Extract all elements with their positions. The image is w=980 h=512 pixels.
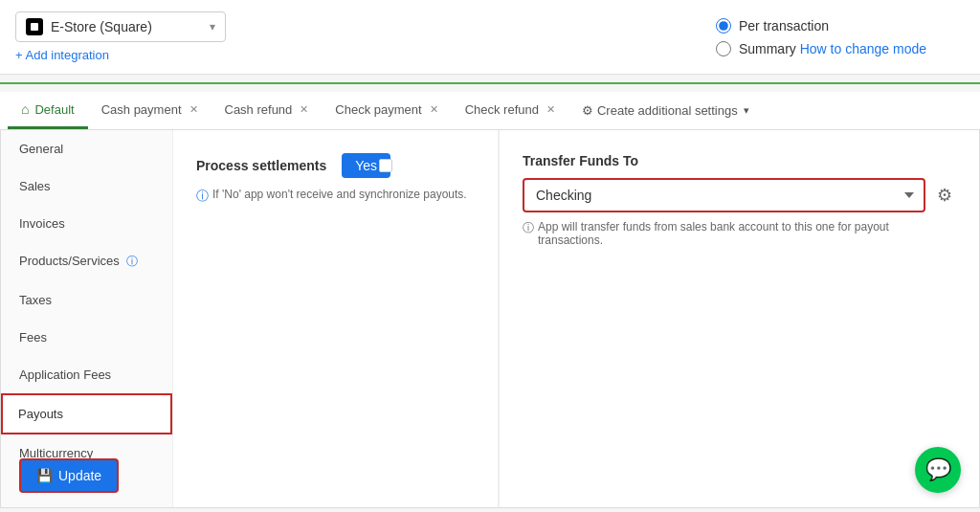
sidebar-item-taxes[interactable]: Taxes	[1, 281, 172, 319]
integration-select[interactable]: E-Store (Square) ▾	[15, 11, 226, 42]
close-check-payment-icon[interactable]: ✕	[430, 103, 438, 116]
summary-option[interactable]: Summary How to change mode	[716, 41, 926, 56]
process-settlements-label: Process settlements	[196, 158, 326, 173]
info-circle-transfer-icon: ⓘ	[523, 220, 534, 236]
tab-check-refund[interactable]: Check refund ✕	[452, 93, 568, 129]
sidebar-item-payouts[interactable]: Payouts	[1, 393, 172, 434]
chat-icon: 💬	[925, 457, 951, 482]
green-divider	[0, 82, 980, 84]
chevron-settings-icon: ▾	[744, 104, 749, 117]
sidebar: General Sales Invoices Products/Services…	[1, 130, 173, 507]
sidebar-item-products-services[interactable]: Products/Services ⓘ	[1, 242, 172, 281]
tab-check-refund-label: Check refund	[465, 102, 539, 117]
summary-radio[interactable]	[716, 41, 731, 56]
per-transaction-label: Per transaction	[739, 18, 829, 33]
transfer-funds-select[interactable]: Checking Savings Other	[523, 178, 925, 212]
tab-create-additional-label: Create additional settings	[597, 103, 738, 118]
sidebar-item-general[interactable]: General	[1, 130, 172, 167]
per-transaction-option[interactable]: Per transaction	[716, 18, 926, 33]
info-icon: ⓘ	[126, 255, 138, 268]
chevron-down-icon: ▾	[210, 20, 215, 33]
sidebar-item-fees[interactable]: Fees	[1, 319, 172, 356]
square-logo-icon	[26, 18, 43, 35]
gear-settings-icon: ⚙	[582, 103, 593, 118]
gear-settings-button[interactable]: ⚙	[933, 181, 956, 210]
main-content: General Sales Invoices Products/Services…	[0, 130, 980, 508]
summary-label: Summary How to change mode	[739, 41, 926, 56]
transfer-funds-label: Transfer Funds To	[523, 153, 956, 168]
chat-button[interactable]: 💬	[915, 447, 961, 493]
tab-default-label: Default	[34, 102, 74, 117]
sidebar-item-application-fees[interactable]: Application Fees	[1, 356, 172, 393]
integration-wrapper: E-Store (Square) ▾ Add integration	[15, 11, 226, 62]
per-transaction-radio[interactable]	[716, 18, 731, 33]
update-button-label: Update	[58, 468, 101, 483]
tabs-container: ⌂ Default Cash payment ✕ Cash refund ✕ C…	[0, 92, 980, 130]
process-info-text: ⓘ If 'No' app won't receive and synchron…	[196, 188, 475, 205]
tabs-bar: ⌂ Default Cash payment ✕ Cash refund ✕ C…	[0, 92, 980, 130]
transfer-info-text: ⓘ App will transfer funds from sales ban…	[523, 220, 956, 247]
tab-check-payment-label: Check payment	[335, 102, 421, 117]
left-panel: Process settlements Yes ⓘ If 'No' app wo…	[173, 130, 499, 507]
tab-check-payment[interactable]: Check payment ✕	[322, 93, 451, 129]
close-cash-refund-icon[interactable]: ✕	[300, 103, 308, 116]
tab-create-additional[interactable]: ⚙ Create additional settings ▾	[568, 94, 763, 127]
tab-cash-refund-label: Cash refund	[225, 102, 293, 117]
transfer-select-row: Checking Savings Other ⚙	[523, 178, 956, 212]
info-circle-icon: ⓘ	[196, 188, 209, 205]
add-integration-link[interactable]: Add integration	[15, 48, 226, 62]
mode-radio-group: Per transaction Summary How to change mo…	[716, 18, 926, 56]
update-button[interactable]: 💾 Update	[19, 458, 119, 493]
two-columns: Process settlements Yes ⓘ If 'No' app wo…	[173, 130, 979, 507]
tab-default[interactable]: ⌂ Default	[8, 92, 88, 129]
tab-cash-refund[interactable]: Cash refund ✕	[212, 93, 323, 129]
tab-cash-payment-label: Cash payment	[101, 102, 182, 117]
integration-name: E-Store (Square)	[51, 19, 202, 34]
close-check-refund-icon[interactable]: ✕	[546, 103, 555, 116]
save-icon: 💾	[36, 468, 53, 483]
process-settlements-row: Process settlements Yes	[196, 153, 475, 178]
how-to-change-link[interactable]: How to change mode	[800, 41, 926, 56]
close-cash-payment-icon[interactable]: ✕	[189, 103, 198, 116]
right-panel: Transfer Funds To Checking Savings Other…	[499, 130, 979, 507]
home-icon: ⌂	[21, 101, 29, 117]
sidebar-item-invoices[interactable]: Invoices	[1, 205, 172, 242]
top-bar: E-Store (Square) ▾ Add integration Per t…	[0, 0, 980, 75]
tab-cash-payment[interactable]: Cash payment ✕	[88, 93, 212, 129]
toggle-yes-button[interactable]: Yes	[342, 153, 390, 178]
sidebar-item-sales[interactable]: Sales	[1, 167, 172, 205]
